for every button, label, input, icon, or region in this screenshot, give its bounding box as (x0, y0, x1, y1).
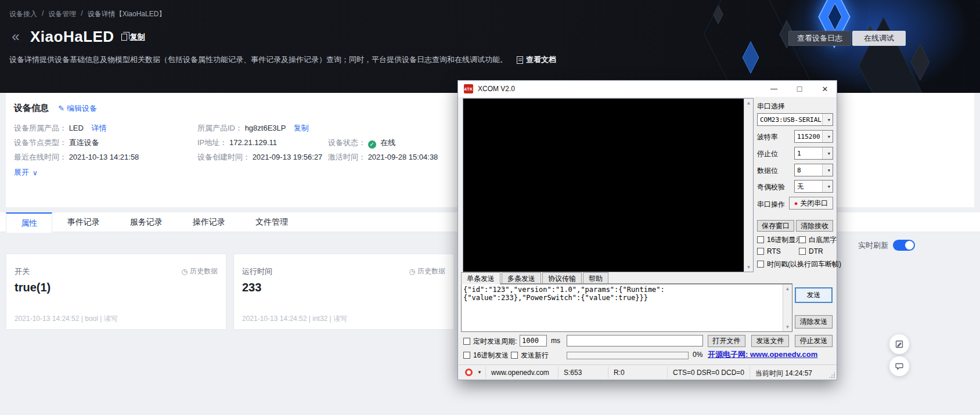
checkbox-icon (799, 248, 806, 255)
hero-cube (911, 44, 929, 81)
expand-link[interactable]: 展开 (14, 167, 38, 178)
feedback-button[interactable] (889, 334, 909, 354)
copy-product-id-link[interactable]: 复制 (294, 124, 309, 132)
property-meta: 2021-10-13 14:24:52 | int32 | 读写 (242, 314, 347, 324)
period-input[interactable] (520, 335, 547, 347)
close-serial-port-button[interactable]: 关闭串口 (789, 197, 833, 210)
statusbar-divider (750, 367, 750, 378)
maximize-button[interactable] (787, 81, 812, 97)
data-bits-dropdown[interactable]: 8 (794, 164, 833, 176)
device-info-title: 设备信息 (14, 103, 49, 114)
checkbox-icon (757, 236, 764, 243)
history-data-link[interactable]: 历史数据 (182, 266, 218, 276)
statusbar-sent-count: S:653 (564, 369, 582, 377)
checkbox-icon (463, 352, 470, 359)
view-device-logs-button[interactable]: 查看设备日志 (788, 31, 851, 46)
port-select-dropdown[interactable]: COM23:USB-SERIAL (757, 113, 833, 126)
history-data-link[interactable]: 历史数据 (409, 266, 445, 276)
tab-protocol-transfer[interactable]: 协议传输 (542, 272, 582, 283)
view-docs-link[interactable]: 查看文档 (517, 55, 556, 65)
rts-checkbox[interactable]: RTS (757, 247, 781, 255)
checkbox-icon (757, 261, 764, 268)
tab-properties[interactable]: 属性 (6, 212, 52, 233)
terminal-scrollbar[interactable]: ▲ ▼ (744, 99, 753, 272)
tab-operation-log[interactable]: 操作记录 (178, 212, 240, 232)
timed-send-label: 定时发送 (473, 337, 501, 345)
openedv-site-link[interactable]: 开源电子网: www.openedv.com (708, 349, 817, 360)
checkbox-icon (463, 338, 470, 345)
field-label: 设备状态： (328, 138, 366, 147)
parity-label: 奇偶校验 (757, 182, 785, 192)
breadcrumb-separator: / (42, 9, 44, 19)
clear-receive-button[interactable]: 清除接收 (796, 220, 833, 232)
online-debug-button[interactable]: 在线调试 (852, 31, 906, 46)
send-button[interactable]: 发送 (795, 287, 833, 303)
rts-label: RTS (767, 247, 781, 255)
xcom-titlebar[interactable]: ATK XCOM V2.0 (458, 81, 837, 97)
checkbox-icon (511, 352, 518, 359)
send-input[interactable]: {"id":"123","version":"1.0","params":{"R… (462, 284, 783, 331)
checkbox-icon (799, 236, 806, 243)
tab-service-log[interactable]: 服务记录 (115, 212, 178, 232)
support-chat-button[interactable] (889, 356, 909, 376)
white-bg-checkbox[interactable]: 白底黑字 (799, 235, 837, 245)
hex-send-checkbox[interactable]: 16进制发送 (463, 351, 509, 360)
property-card-runtime: 运行时间 历史数据 233 2021-10-13 14:24:52 | int3… (233, 254, 454, 330)
tab-help[interactable]: 帮助 (583, 272, 608, 283)
field-label: 设备节点类型： (14, 138, 67, 147)
open-file-button[interactable]: 打开文件 (708, 335, 745, 347)
chat-bubble-icon (895, 362, 904, 371)
xcom-window-title: XCOM V2.0 (478, 85, 515, 93)
copy-device-name-button[interactable]: 复制 (121, 32, 145, 42)
statusbar-url: www.openedv.com (491, 369, 549, 377)
edit-device-link[interactable]: 编辑设备 (58, 103, 97, 114)
property-value: true(1) (15, 281, 51, 294)
terminal-output[interactable]: ▲ ▼ (463, 98, 754, 272)
progress-percent: 0% (693, 351, 702, 359)
send-file-button[interactable]: 发送文件 (751, 335, 789, 347)
breadcrumb-item-device-access[interactable]: 设备接入 (9, 9, 37, 19)
tab-single-send[interactable]: 单条发送 (461, 272, 500, 284)
description-row: 设备详情提供设备基础信息及物模型相关数据（包括设备属性功能记录、事件记录及操作记… (9, 55, 556, 65)
clear-send-button[interactable]: 清除发送 (795, 315, 833, 329)
resize-grip[interactable] (828, 371, 835, 378)
send-text-frame: {"id":"123","version":"1.0","params":{"R… (461, 284, 792, 332)
view-docs-label: 查看文档 (526, 55, 556, 65)
send-newline-checkbox[interactable]: 发送新行 (511, 351, 549, 360)
tab-multi-send[interactable]: 多条发送 (502, 272, 541, 283)
statusbar-port-caret-icon[interactable]: ▼ (477, 370, 482, 375)
expand-label: 展开 (14, 167, 29, 178)
minimize-button[interactable] (761, 81, 787, 97)
send-file-path-input[interactable] (567, 335, 703, 347)
breadcrumb-item-device-management[interactable]: 设备管理 (48, 9, 76, 19)
parity-dropdown[interactable]: 无 (794, 180, 833, 193)
dtr-checkbox[interactable]: DTR (799, 247, 823, 255)
hex-display-checkbox[interactable]: 16进制显示 (757, 235, 802, 245)
field-label: 设备创建时间： (197, 153, 250, 161)
xcom-window: ATK XCOM V2.0 ▲ ▼ 串口选择 COM23:USB-SERIAL … (457, 80, 837, 380)
close-button[interactable] (812, 81, 838, 97)
field-product-id: 所属产品ID： hg8zt6E3LP 复制 (197, 123, 309, 133)
tab-event-log[interactable]: 事件记录 (52, 212, 115, 232)
back-icon[interactable]: « (8, 30, 23, 45)
stop-bits-dropdown[interactable]: 1 (794, 147, 833, 160)
baud-rate-dropdown[interactable]: 115200 (794, 130, 833, 143)
field-value: LED (69, 124, 84, 132)
product-detail-link[interactable]: 详情 (92, 124, 107, 132)
realtime-refresh-toggle[interactable] (893, 240, 915, 251)
statusbar-current-time: 当前时间 14:24:57 (755, 369, 812, 378)
statusbar-divider (558, 367, 559, 378)
white-bg-label: 白底黑字 (809, 236, 837, 244)
field-created-time: 设备创建时间： 2021-09-13 19:56:27 (197, 152, 322, 163)
send-progress-bar (567, 352, 689, 359)
property-meta: 2021-10-13 14:24:52 | bool | 读写 (15, 314, 118, 324)
dtr-label: DTR (809, 247, 823, 255)
timestamp-checkbox[interactable]: 时间戳(以换行回车断帧) (757, 259, 841, 269)
timed-send-checkbox[interactable]: 定时发送 (463, 337, 501, 347)
tab-file-management[interactable]: 文件管理 (240, 212, 303, 232)
record-indicator-icon[interactable] (465, 369, 473, 376)
save-window-button[interactable]: 保存窗口 (757, 220, 794, 232)
hero-plate (704, 0, 862, 93)
stop-send-button[interactable]: 停止发送 (795, 335, 833, 347)
send-input-scrollbar[interactable]: ▲ ▼ (783, 284, 792, 331)
